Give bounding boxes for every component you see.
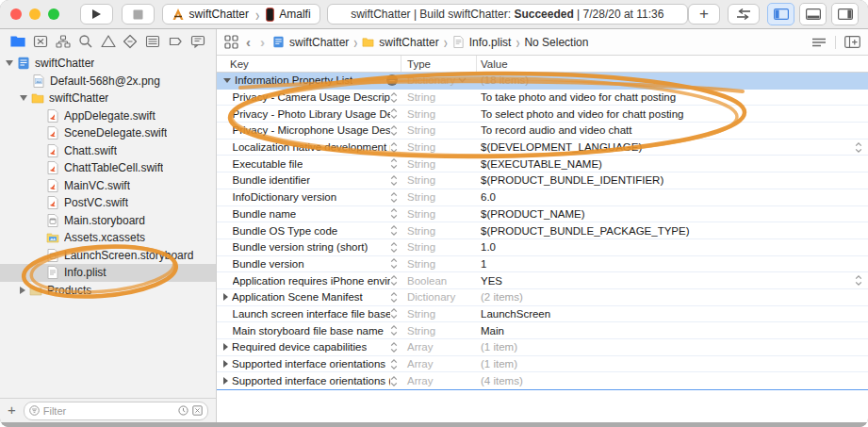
disclosure-open-icon[interactable] bbox=[223, 78, 231, 83]
value-dropdown-icon[interactable] bbox=[855, 141, 862, 154]
plist-row[interactable]: Privacy - Camera Usage Description Strin… bbox=[217, 90, 868, 107]
scheme-selector[interactable]: swiftChatter › Amalfi bbox=[162, 4, 320, 25]
related-items-icon[interactable] bbox=[224, 35, 238, 49]
plist-row[interactable]: Application requires iPhone enviro... Bo… bbox=[217, 272, 868, 289]
key-stepper-icon[interactable] bbox=[390, 207, 398, 220]
source-control-status-icon[interactable] bbox=[192, 405, 203, 416]
navigator-tab-debug[interactable] bbox=[144, 34, 161, 49]
plist-row[interactable]: Executable file String $(EXECUTABLE_NAME… bbox=[217, 156, 868, 172]
zoom-window-button[interactable] bbox=[48, 8, 59, 20]
file-item-scenedelegate-swift[interactable]: SceneDelegate.swift bbox=[0, 124, 216, 142]
back-button[interactable]: ‹ bbox=[244, 34, 253, 50]
file-item-assets-xcassets[interactable]: Assets.xcassets bbox=[0, 229, 216, 247]
disclosure-closed-icon[interactable] bbox=[223, 377, 228, 385]
breadcrumb-item[interactable]: Info.plist bbox=[452, 36, 512, 49]
value-dropdown-icon[interactable] bbox=[855, 274, 862, 287]
disclosure-open-icon[interactable] bbox=[20, 95, 27, 101]
plist-row[interactable]: Application Scene Manifest Dictionary (2… bbox=[217, 289, 868, 306]
navigator-tab-issue[interactable] bbox=[100, 34, 117, 49]
plist-row[interactable]: Privacy - Microphone Usage Desc... Strin… bbox=[217, 123, 868, 140]
navigator-tab-test[interactable] bbox=[122, 34, 139, 49]
file-item-mainvc-swift[interactable]: MainVC.swift bbox=[0, 177, 216, 195]
disclosure-closed-icon[interactable] bbox=[223, 360, 228, 368]
stop-button[interactable] bbox=[122, 4, 155, 25]
run-button[interactable] bbox=[80, 4, 113, 25]
close-window-button[interactable] bbox=[10, 8, 22, 20]
key-stepper-icon[interactable] bbox=[390, 324, 398, 337]
key-stepper-icon[interactable] bbox=[390, 241, 398, 254]
plist-row[interactable]: Bundle version String 1 bbox=[217, 256, 868, 273]
key-stepper-icon[interactable] bbox=[390, 307, 398, 320]
remove-item-button[interactable]: – bbox=[386, 74, 398, 86]
column-header-type[interactable]: Type bbox=[401, 56, 477, 72]
key-stepper-icon[interactable] bbox=[390, 358, 398, 370]
plist-row[interactable]: Supported interface orientations Array (… bbox=[217, 356, 868, 373]
file-item-swiftchatter[interactable]: swiftChatter bbox=[0, 55, 216, 73]
toggle-navigator-button[interactable] bbox=[767, 3, 794, 25]
plist-row[interactable]: Main storyboard file base name String Ma… bbox=[217, 322, 868, 339]
key-stepper-icon[interactable] bbox=[390, 157, 398, 170]
disclosure-open-icon[interactable] bbox=[6, 60, 13, 66]
breadcrumb-item[interactable]: swiftChatter bbox=[272, 36, 349, 49]
plist-row[interactable]: Bundle identifier String $(PRODUCT_BUNDL… bbox=[217, 172, 868, 189]
navigator-tab-report[interactable] bbox=[189, 34, 206, 49]
navigator-tab-symbol-navigator[interactable] bbox=[55, 34, 72, 49]
column-header-value[interactable]: Value bbox=[477, 56, 868, 72]
key-stepper-icon[interactable] bbox=[390, 174, 398, 187]
navigator-tab-breakpoint[interactable] bbox=[167, 34, 184, 49]
key-stepper-icon[interactable] bbox=[390, 291, 398, 304]
plist-row[interactable]: Localization native development re... St… bbox=[217, 140, 868, 156]
library-button[interactable]: + bbox=[688, 4, 720, 25]
file-name: AppDelegate.swift bbox=[64, 109, 156, 123]
plist-row[interactable]: Information Property List– Dictionary (1… bbox=[217, 73, 868, 90]
key-stepper-icon[interactable] bbox=[390, 191, 398, 204]
file-item-swiftchatter[interactable]: swiftChatter bbox=[0, 90, 216, 107]
plist-row[interactable]: Supported interface orientations (i... A… bbox=[217, 372, 868, 389]
toggle-debug-area-button[interactable] bbox=[799, 3, 827, 25]
navigator-tab-project-navigator[interactable] bbox=[9, 34, 26, 49]
key-stepper-icon[interactable] bbox=[390, 107, 398, 120]
navigator-tab-source-control[interactable] bbox=[32, 34, 49, 49]
plist-row[interactable]: Privacy - Photo Library Usage Des... Str… bbox=[217, 106, 868, 123]
plist-row[interactable]: Required device capabilities Array (1 it… bbox=[217, 339, 868, 356]
key-stepper-icon[interactable] bbox=[390, 274, 398, 287]
breadcrumb-item[interactable]: No Selection bbox=[524, 36, 588, 49]
type-dropdown-icon[interactable] bbox=[458, 77, 467, 83]
key-stepper-icon[interactable] bbox=[390, 257, 398, 270]
plist-row[interactable]: Bundle version string (short) String 1.0 bbox=[217, 239, 868, 256]
filter-field[interactable]: Filter bbox=[24, 402, 208, 420]
file-item-chatttablecell-swift[interactable]: ChattTableCell.swift bbox=[0, 159, 216, 177]
adjust-editor-icon[interactable] bbox=[811, 37, 827, 48]
plist-row[interactable]: InfoDictionary version String 6.0 bbox=[217, 189, 868, 206]
file-item-default-568h-2x-png[interactable]: Default-568h@2x.png bbox=[0, 73, 216, 90]
key-stepper-icon[interactable] bbox=[390, 91, 398, 104]
file-item-postvc-swift[interactable]: PostVC.swift bbox=[0, 194, 216, 212]
plist-row[interactable]: Bundle name String $(PRODUCT_NAME) bbox=[217, 206, 868, 223]
add-editor-icon[interactable] bbox=[844, 36, 860, 48]
recent-files-icon[interactable] bbox=[178, 405, 188, 416]
disclosure-closed-icon[interactable] bbox=[223, 293, 228, 301]
key-stepper-icon[interactable] bbox=[390, 141, 398, 154]
code-review-button[interactable] bbox=[728, 4, 760, 25]
file-item-info-plist[interactable]: Info.plist bbox=[0, 264, 216, 282]
plist-row[interactable]: Bundle OS Type code String $(PRODUCT_BUN… bbox=[217, 222, 868, 239]
navigator-tab-find[interactable] bbox=[77, 34, 94, 49]
forward-button[interactable]: › bbox=[258, 34, 267, 50]
disclosure-closed-icon[interactable] bbox=[223, 343, 228, 351]
plist-row[interactable]: Launch screen interface file base... Str… bbox=[217, 306, 868, 323]
key-stepper-icon[interactable] bbox=[390, 375, 398, 387]
key-stepper-icon[interactable] bbox=[390, 341, 398, 353]
file-item-appdelegate-swift[interactable]: AppDelegate.swift bbox=[0, 107, 216, 125]
column-header-key[interactable]: Key bbox=[217, 56, 401, 72]
breadcrumb-item[interactable]: swiftChatter bbox=[362, 36, 438, 49]
minimize-window-button[interactable] bbox=[29, 8, 41, 20]
toggle-inspector-button[interactable] bbox=[831, 3, 859, 25]
file-item-launchscreen-storyboard[interactable]: LaunchScreen.storyboard bbox=[0, 247, 216, 265]
key-stepper-icon[interactable] bbox=[390, 124, 398, 137]
file-item-chatt-swift[interactable]: Chatt.swift bbox=[0, 142, 216, 160]
add-file-button[interactable]: + bbox=[8, 402, 16, 417]
disclosure-closed-icon[interactable] bbox=[20, 287, 25, 294]
file-item-products[interactable]: Products bbox=[0, 282, 216, 300]
key-stepper-icon[interactable] bbox=[390, 224, 398, 237]
file-item-main-storyboard[interactable]: Main.storyboard bbox=[0, 212, 216, 230]
